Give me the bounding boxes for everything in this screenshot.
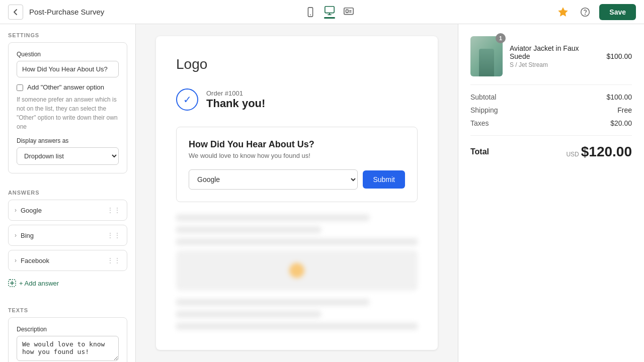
svg-rect-6 [346,10,349,13]
blurred-line-2 [176,226,321,233]
blurred-preview [176,214,418,330]
sidebar: SETTINGS Question Add "Other" answer opt… [0,24,136,362]
product-badge: 1 [496,33,506,43]
other-option-checkbox[interactable] [17,84,23,91]
answers-list: › Google ⋮⋮ › Bing ⋮⋮ › Facebook [8,200,127,291]
topbar-right: Save [555,4,636,20]
settings-title: SETTINGS [0,24,135,42]
drag-handle[interactable]: ⋮⋮ [107,206,121,214]
taxes-value: $20.00 [610,119,632,127]
answer-bing: › Bing ⋮⋮ [8,225,127,246]
product-variant: S / Jet Stream [510,61,599,68]
survey-subtitle: We would love to know how you found us! [189,152,405,159]
submit-button[interactable]: Submit [363,170,405,189]
shipping-value: Free [617,106,632,114]
display-select[interactable]: Dropdown list Radio buttons Buttons [17,147,119,165]
main-layout: SETTINGS Question Add "Other" answer opt… [0,24,644,362]
add-answer-label: + Add answer [19,280,59,287]
product-row: 1 Aviator Jacket in Faux Suede S / Jet S… [470,36,632,76]
shipping-label: Shipping [470,106,498,114]
drag-handle[interactable]: ⋮⋮ [107,256,121,264]
survey-card: How Did You Hear About Us? We would love… [176,127,418,202]
preview-area: Logo ✓ Order #1001 Thank you! How Did Yo… [136,24,458,362]
main-content: Logo ✓ Order #1001 Thank you! How Did Yo… [136,24,458,362]
order-info: Order #1001 Thank you! [206,89,265,110]
drag-handle[interactable]: ⋮⋮ [107,231,121,239]
answer-google-left: › Google [15,207,42,214]
other-option-helper: If someone prefer an answer which is not… [17,95,119,131]
right-panel: 1 Aviator Jacket in Faux Suede S / Jet S… [458,24,644,362]
svg-marker-9 [559,8,568,16]
answer-bing-left: › Bing [15,232,34,239]
product-image-wrap: 1 [470,36,503,76]
other-option-row: Add "Other" answer option [17,83,119,91]
order-section: ✓ Order #1001 Thank you! [176,88,418,111]
subtotal-row: Subtotal $100.00 [470,93,632,101]
subtotal-value: $100.00 [606,93,632,101]
blurred-box-1 [176,250,418,291]
divider-2 [470,135,632,136]
preview-card: Logo ✓ Order #1001 Thank you! How Did Yo… [156,36,438,350]
chevron-icon: › [15,257,17,264]
question-input[interactable] [17,61,119,77]
description-input[interactable]: We would love to know how you found us! [17,336,119,361]
taxes-row: Taxes $20.00 [470,119,632,127]
description-label: Description [17,326,119,333]
product-figure [479,49,494,76]
total-label: Total [470,147,489,156]
logo: Logo [176,56,418,72]
total-value: $120.00 [581,144,632,160]
shipping-row: Shipping Free [470,106,632,114]
settings-section: SETTINGS Question Add "Other" answer opt… [0,24,135,173]
svg-point-10 [581,8,590,16]
answer-google-name: Google [21,207,42,214]
mobile-device-btn[interactable] [305,7,316,18]
answer-facebook-name: Facebook [21,257,49,264]
survey-dropdown[interactable]: Google Bing Facebook [189,169,358,190]
product-details: Aviator Jacket in Faux Suede S / Jet Str… [510,44,599,68]
svg-rect-5 [344,8,353,14]
product-price: $100.00 [606,52,632,60]
other-option-label: Add "Other" answer option [27,83,104,91]
back-button[interactable] [8,5,23,20]
survey-row: Google Bing Facebook Submit [189,169,405,190]
svg-rect-2 [325,7,334,13]
blurred-line-6 [176,323,418,330]
chevron-icon: › [15,232,17,239]
question-label: Question [17,51,119,58]
blurred-line-3 [176,238,418,245]
thank-you: Thank you! [206,97,265,110]
total-amount: USD $120.00 [566,144,632,160]
blurred-dot [289,263,304,278]
add-answer-button[interactable]: + Add answer [8,275,59,291]
blurred-line-5 [176,311,321,318]
description-box: Description We would love to know how yo… [8,317,127,362]
help-button[interactable] [577,4,593,20]
svg-point-11 [585,14,586,14]
check-circle: ✓ [176,88,198,111]
settings-box: Question Add "Other" answer option If so… [8,42,127,173]
answer-bing-name: Bing [21,232,34,239]
survey-title: How Did You Hear About Us? [189,139,405,150]
topbar: Post-Purchase Survey [0,0,644,24]
taxes-label: Taxes [470,119,489,127]
device-switcher [305,5,354,19]
desktop-device-btn[interactable] [324,5,335,19]
product-name: Aviator Jacket in Faux Suede [510,44,599,60]
topbar-left: Post-Purchase Survey [8,5,104,20]
blurred-line-1 [176,214,369,221]
answer-google: › Google ⋮⋮ [8,200,127,221]
blurred-line-4 [176,299,369,306]
total-row: Total USD $120.00 [470,144,632,160]
layout-device-btn[interactable] [343,7,354,18]
answer-facebook-left: › Facebook [15,257,49,264]
page-title: Post-Purchase Survey [29,8,104,16]
total-currency: USD [566,151,579,158]
star-button[interactable] [555,4,571,20]
subtotal-label: Subtotal [470,93,496,101]
answers-title: ANSWERS [0,182,135,200]
save-button[interactable]: Save [599,4,636,20]
answer-facebook: › Facebook ⋮⋮ [8,250,127,271]
texts-section: TEXTS Description We would love to know … [0,299,135,362]
divider-1 [470,84,632,85]
